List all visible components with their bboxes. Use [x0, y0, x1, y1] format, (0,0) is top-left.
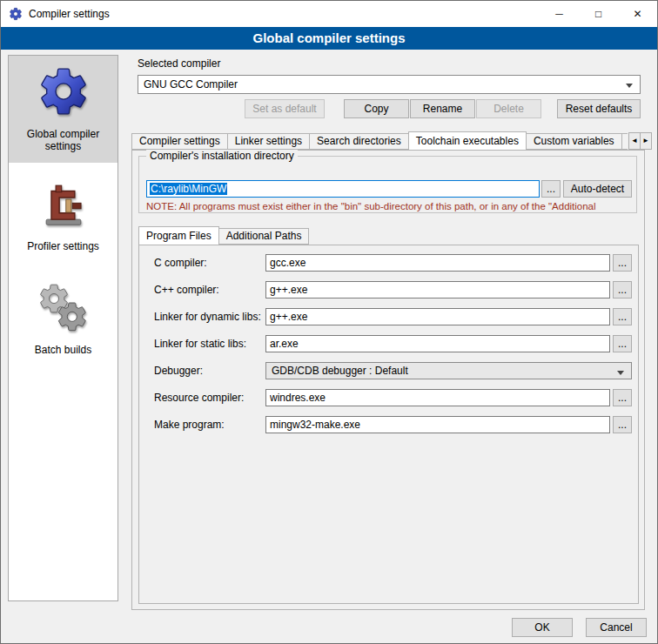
- window-controls: ─ □ ✕: [540, 1, 657, 27]
- debugger-select-value: GDB/CDB debugger : Default: [272, 365, 408, 377]
- tab-additional-paths[interactable]: Additional Paths: [218, 228, 310, 245]
- compiler-settings-dialog: Compiler settings ─ □ ✕ Global compiler …: [0, 0, 658, 644]
- resource-compiler-browse-button[interactable]: ...: [613, 389, 632, 406]
- sidebar-item-global-compiler-settings[interactable]: Global compiler settings: [9, 56, 118, 163]
- c-compiler-input[interactable]: [265, 254, 610, 272]
- c-compiler-browse-button[interactable]: ...: [613, 254, 632, 272]
- tab-program-files[interactable]: Program Files: [138, 226, 219, 245]
- sidebar-item-label: Profiler settings: [27, 240, 99, 252]
- installation-directory-groupbox: Compiler's installation directory C:\ray…: [138, 156, 637, 213]
- sidebar-item-profiler-settings[interactable]: Profiler settings: [9, 173, 118, 263]
- sidebar-item-label: Batch builds: [35, 344, 91, 356]
- tab-build-options-clipped[interactable]: Builc: [621, 133, 628, 150]
- c-compiler-label: C compiler:: [154, 254, 207, 272]
- rename-button[interactable]: Rename: [410, 99, 475, 118]
- linker-dynamic-label: Linker for dynamic libs:: [154, 308, 261, 325]
- settings-tabstrip: Compiler settings Linker settings Search…: [131, 131, 628, 151]
- cancel-button[interactable]: Cancel: [586, 618, 647, 637]
- dialog-body: Global compiler settings Profiler settin…: [1, 50, 657, 643]
- sidebar-item-label: Global compiler settings: [10, 128, 116, 152]
- make-program-input[interactable]: [265, 416, 610, 433]
- auto-detect-button[interactable]: Auto-detect: [563, 180, 632, 198]
- copy-button[interactable]: Copy: [344, 99, 409, 118]
- settings-category-sidebar: Global compiler settings Profiler settin…: [8, 55, 118, 601]
- minimize-button[interactable]: ─: [540, 1, 579, 27]
- compiler-select-value: GNU GCC Compiler: [144, 78, 238, 91]
- program-files-tabstrip: Program Files Additional Paths: [138, 225, 626, 245]
- linker-static-input[interactable]: [265, 335, 610, 352]
- minimize-icon: ─: [555, 8, 563, 20]
- maximize-icon: □: [595, 8, 601, 20]
- cpp-compiler-label: C++ compiler:: [154, 281, 219, 299]
- blue-gear-icon: [37, 64, 91, 121]
- installation-directory-input[interactable]: C:\raylib\MinGW: [146, 180, 540, 198]
- delete-button: Delete: [476, 99, 541, 118]
- tab-custom-variables[interactable]: Custom variables: [526, 133, 622, 150]
- linker-static-label: Linker for static libs:: [154, 335, 246, 352]
- ok-button[interactable]: OK: [512, 618, 573, 637]
- tab-compiler-settings[interactable]: Compiler settings: [131, 133, 228, 150]
- resource-compiler-input[interactable]: [265, 389, 610, 406]
- make-program-label: Make program:: [154, 416, 225, 433]
- bin-subdirectory-note: NOTE: All programs must exist either in …: [146, 201, 596, 211]
- tab-scroll-arrows: ◄ ►: [628, 132, 652, 150]
- cpp-compiler-input[interactable]: [265, 281, 610, 299]
- resource-compiler-label: Resource compiler:: [154, 389, 244, 406]
- tab-search-directories[interactable]: Search directories: [309, 133, 409, 150]
- titlebar: Compiler settings ─ □ ✕: [1, 1, 657, 27]
- debugger-label: Debugger:: [154, 362, 203, 379]
- installation-directory-legend: Compiler's installation directory: [146, 150, 298, 162]
- app-icon: [9, 7, 23, 21]
- make-program-browse-button[interactable]: ...: [613, 416, 632, 433]
- linker-dynamic-input[interactable]: [265, 308, 610, 325]
- set-as-default-button: Set as default: [245, 99, 325, 118]
- dialog-banner-title: Global compiler settings: [1, 27, 657, 50]
- tab-scroll-left-icon[interactable]: ◄: [628, 132, 641, 150]
- gray-gears-icon: [37, 282, 90, 337]
- maximize-button[interactable]: □: [579, 1, 618, 27]
- close-button[interactable]: ✕: [618, 1, 657, 27]
- reset-defaults-button[interactable]: Reset defaults: [557, 99, 641, 118]
- sidebar-item-batch-builds[interactable]: Batch builds: [9, 273, 118, 366]
- compiler-select[interactable]: GNU GCC Compiler: [138, 75, 641, 94]
- linker-dynamic-browse-button[interactable]: ...: [613, 308, 632, 325]
- installation-directory-value: C:\raylib\MinGW: [150, 183, 227, 195]
- tab-toolchain-executables[interactable]: Toolchain executables: [408, 131, 527, 151]
- cpp-compiler-browse-button[interactable]: ...: [613, 281, 632, 299]
- debugger-select[interactable]: GDB/CDB debugger : Default: [265, 362, 632, 379]
- linker-static-browse-button[interactable]: ...: [613, 335, 632, 352]
- close-icon: ✕: [633, 8, 641, 20]
- program-files-panel: C compiler: ... C++ compiler: ... Linker…: [138, 245, 639, 604]
- selected-compiler-label: Selected compiler: [138, 57, 220, 70]
- toolchain-executables-panel: Compiler's installation directory C:\ray…: [131, 150, 645, 610]
- installation-directory-browse-button[interactable]: ...: [541, 180, 561, 198]
- window-title: Compiler settings: [29, 8, 110, 20]
- tab-scroll-right-icon[interactable]: ►: [640, 132, 652, 150]
- tab-linker-settings[interactable]: Linker settings: [227, 133, 310, 150]
- profiler-tool-icon: [39, 182, 88, 233]
